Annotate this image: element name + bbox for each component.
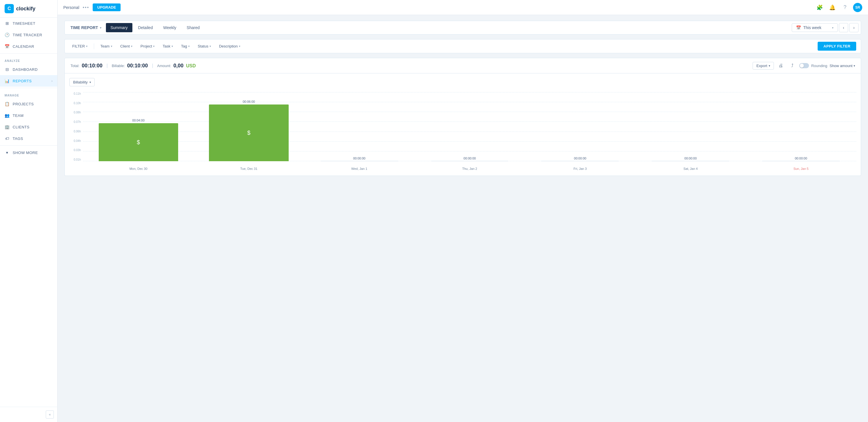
chart-day-label-0: Mon, Dec 30 <box>129 167 147 171</box>
bar-line-6 <box>763 161 840 161</box>
sidebar-divider-2 <box>0 88 57 88</box>
rounding-label: Rounding <box>811 64 828 68</box>
dropdown-arrow-icon: ▾ <box>100 26 101 29</box>
chart-col-0: 00:04:00 $ Mon, Dec 30 <box>83 92 194 161</box>
chart-bar-0[interactable]: $ <box>99 123 178 161</box>
bar-time-2: 00:00:00 <box>353 157 366 160</box>
chart-bar-1[interactable]: $ <box>209 104 288 161</box>
team-icon: 👥 <box>5 113 10 118</box>
bar-chart-icon: 📊 <box>5 78 10 84</box>
time-report-dropdown[interactable]: TIME REPORT ▾ <box>67 23 105 32</box>
upgrade-button[interactable]: UPGRADE <box>93 3 121 11</box>
sidebar-item-reports[interactable]: 📊 REPORTS › <box>0 75 57 87</box>
user-avatar[interactable]: SR <box>853 3 862 12</box>
bar-time-5: 00:00:00 <box>684 157 697 160</box>
projects-icon: 📋 <box>5 101 10 107</box>
sidebar-collapse-btn[interactable]: « <box>46 411 54 419</box>
filter-tag-btn[interactable]: Tag ▾ <box>178 42 192 50</box>
sidebar-item-dashboard[interactable]: ⊟ DASHBOARD <box>0 64 57 75</box>
status-filter-arrow: ▾ <box>210 44 211 48</box>
chart-day-label-3: Thu, Jan 2 <box>462 167 477 171</box>
total-value: 00:10:00 <box>82 63 102 69</box>
filter-main-btn[interactable]: FILTER ▾ <box>69 42 90 50</box>
filter-project-btn[interactable]: Project ▾ <box>137 42 157 50</box>
chart-bars-container: 00:04:00 $ Mon, Dec 30 00:06:00 $ Tue, D… <box>83 92 856 161</box>
dashboard-icon: ⊟ <box>5 67 10 72</box>
sidebar-divider-1 <box>0 53 57 54</box>
bar-line-3 <box>431 161 508 161</box>
print-button[interactable]: 🖨 <box>776 61 785 70</box>
bar-line-2 <box>320 161 398 161</box>
filter-client-btn[interactable]: Client ▾ <box>117 42 135 50</box>
chart-day-label-2: Wed, Jan 1 <box>351 167 367 171</box>
chart-y-axis: 0.11h 0.10h 0.08h 0.07h 0.06h 0.04h 0.03… <box>69 92 83 161</box>
chart-bars-row: 00:04:00 $ Mon, Dec 30 00:06:00 $ Tue, D… <box>83 92 856 161</box>
chart-day-label-5: Sat, Jan 4 <box>684 167 698 171</box>
date-range-picker[interactable]: 📅 This week ▾ <box>792 23 838 32</box>
bar-line-5 <box>652 161 729 161</box>
chart-wrapper: 0.11h 0.10h 0.08h 0.07h 0.06h 0.04h 0.03… <box>69 92 856 176</box>
date-dropdown-arrow: ▾ <box>832 26 834 29</box>
filter-status-btn[interactable]: Status ▾ <box>195 42 214 50</box>
team-filter-arrow: ▾ <box>111 44 112 48</box>
export-button[interactable]: Export ▾ <box>753 62 774 70</box>
tab-weekly[interactable]: Weekly <box>159 23 181 32</box>
tag-filter-arrow: ▾ <box>188 44 190 48</box>
show-amount-arrow-icon: ▾ <box>854 64 855 67</box>
filter-description-btn[interactable]: Description ▾ <box>216 42 243 50</box>
sidebar-item-time-tracker[interactable]: 🕐 TIME TRACKER <box>0 29 57 40</box>
sidebar-item-show-more[interactable]: ▾ SHOW MORE <box>0 147 57 158</box>
rounding-toggle-area: Rounding <box>799 63 828 68</box>
logo-text: clockify <box>16 6 35 12</box>
y-label-3: 0.07h <box>74 120 81 123</box>
export-arrow-icon: ▾ <box>769 64 770 67</box>
logo-icon: C <box>5 4 14 13</box>
sidebar-item-timesheet[interactable]: ⊞ TIMESHEET <box>0 18 57 29</box>
bar-time-0: 00:04:00 <box>132 119 145 122</box>
total-label: Total: <box>70 64 80 68</box>
chevron-up-icon: ▾ <box>5 150 10 155</box>
y-label-1: 0.10h <box>74 101 81 105</box>
filter-team-btn[interactable]: Team ▾ <box>98 42 115 50</box>
chart-col-5: 00:00:00 Sat, Jan 4 <box>636 92 746 161</box>
bar-time-6: 00:00:00 <box>795 157 807 160</box>
sidebar-logo[interactable]: C clockify <box>0 0 57 18</box>
billable-label: Billable: <box>112 64 125 68</box>
sidebar-item-tags[interactable]: 🏷 TAGS <box>0 133 57 144</box>
extensions-icon[interactable]: 🧩 <box>815 3 824 12</box>
help-icon[interactable]: ? <box>840 3 849 12</box>
date-next-button[interactable]: › <box>849 23 859 32</box>
chart-col-2: 00:00:00 Wed, Jan 1 <box>304 92 414 161</box>
bar-time-1: 00:06:00 <box>243 100 255 103</box>
y-label-4: 0.06h <box>74 130 81 133</box>
bar-time-3: 00:00:00 <box>464 157 476 160</box>
filter-arrow-icon: ▾ <box>86 44 88 48</box>
rounding-toggle[interactable] <box>799 63 809 68</box>
client-filter-arrow: ▾ <box>131 44 132 48</box>
billable-value: 00:10:00 <box>127 63 148 69</box>
date-prev-button[interactable]: ‹ <box>839 23 848 32</box>
billability-dropdown[interactable]: Billability ▾ <box>69 78 95 86</box>
tags-icon: 🏷 <box>5 136 10 141</box>
report-tabs-left: TIME REPORT ▾ Summary Detailed Weekly Sh… <box>67 23 204 32</box>
sidebar-item-team[interactable]: 👥 TEAM <box>0 110 57 121</box>
share-button[interactable]: ⤴ <box>788 61 797 70</box>
sidebar-item-calendar[interactable]: 📅 CALENDAR <box>0 40 57 52</box>
filter-task-btn[interactable]: Task ▾ <box>160 42 176 50</box>
y-label-6: 0.03h <box>74 149 81 152</box>
tab-shared[interactable]: Shared <box>182 23 204 32</box>
sidebar-item-clients[interactable]: 🏢 CLIENTS <box>0 121 57 133</box>
apply-filter-button[interactable]: APPLY FILTER <box>818 42 856 51</box>
workspace-menu-dots[interactable]: ••• <box>83 5 89 10</box>
sidebar-item-projects[interactable]: 📋 PROJECTS <box>0 98 57 110</box>
show-amount-button[interactable]: Show amount ▾ <box>830 64 855 68</box>
tab-detailed[interactable]: Detailed <box>133 23 157 32</box>
tab-summary[interactable]: Summary <box>106 23 132 32</box>
amount-label: Amount: <box>157 64 171 68</box>
chart-col-6: 00:00:00 Sun, Jan 5 <box>746 92 856 161</box>
summary-bar: Total: 00:10:00 | Billable: 00:10:00 | A… <box>64 58 861 73</box>
y-label-7: 0.01h <box>74 158 81 161</box>
chart-day-label-6: Sun, Jan 5 <box>794 167 809 171</box>
notifications-icon[interactable]: 🔔 <box>828 3 837 12</box>
analyze-label: ANALYZE <box>0 55 57 64</box>
